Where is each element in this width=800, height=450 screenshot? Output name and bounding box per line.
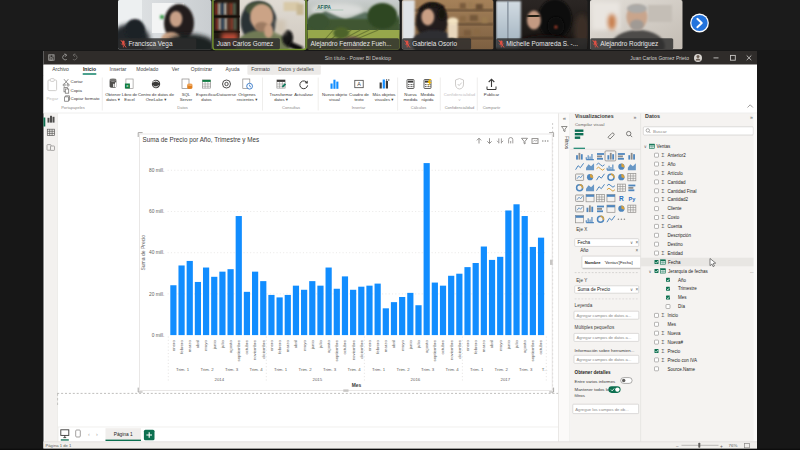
svg-text:Suma de Precio por Año, Trimes: Suma de Precio por Año, Trimestre y Mes bbox=[143, 136, 260, 144]
svg-text:Día: Día bbox=[678, 304, 686, 309]
svg-text:Múltiples pequeños: Múltiples pequeños bbox=[575, 325, 615, 330]
svg-text:abril: abril bbox=[195, 340, 200, 348]
svg-text:Cantidad: Cantidad bbox=[668, 180, 687, 185]
svg-text:Filtros: Filtros bbox=[564, 136, 569, 150]
svg-text:visuales ▾: visuales ▾ bbox=[375, 97, 395, 102]
svg-text:∨: ∨ bbox=[630, 240, 633, 245]
svg-text:abril: abril bbox=[391, 340, 396, 348]
svg-text:Σ: Σ bbox=[662, 358, 665, 363]
svg-text:Modelado: Modelado bbox=[136, 66, 158, 72]
svg-text:Σ: Σ bbox=[662, 171, 665, 176]
svg-text:Jerarquía de fechas: Jerarquía de fechas bbox=[668, 269, 709, 274]
svg-text:julio: julio bbox=[416, 340, 421, 349]
svg-text:recientes ▾: recientes ▾ bbox=[237, 97, 258, 102]
svg-text:Eje X: Eje X bbox=[576, 227, 587, 232]
svg-text:Σ: Σ bbox=[662, 313, 665, 318]
svg-text:octubre: octubre bbox=[440, 340, 445, 355]
svg-text:mayo: mayo bbox=[400, 340, 405, 351]
svg-text:Trim. 3: Trim. 3 bbox=[519, 367, 533, 372]
svg-text:datos: datos bbox=[201, 97, 211, 102]
svg-text:»: » bbox=[750, 114, 753, 120]
svg-text:octubre: octubre bbox=[244, 340, 249, 355]
svg-text:Nombre: Nombre bbox=[585, 260, 601, 265]
svg-text:...: ... bbox=[750, 269, 754, 274]
svg-text:›: › bbox=[96, 431, 98, 437]
svg-text:Entre varios informes: Entre varios informes bbox=[575, 379, 616, 384]
svg-text:Trim. 3: Trim. 3 bbox=[323, 367, 337, 372]
svg-text:−: − bbox=[676, 444, 679, 449]
svg-text:Cantidad Final: Cantidad Final bbox=[668, 189, 697, 194]
svg-text:Ver: Ver bbox=[172, 66, 180, 72]
svg-text:R: R bbox=[619, 195, 624, 202]
svg-text:Excel: Excel bbox=[124, 97, 134, 102]
svg-text:Σ: Σ bbox=[662, 215, 665, 220]
svg-text:AFIPA: AFIPA bbox=[317, 5, 331, 10]
svg-text:Agregue los campos de ob...: Agregue los campos de ob... bbox=[575, 407, 628, 412]
svg-text:Consultas: Consultas bbox=[282, 105, 300, 110]
svg-text:Σ: Σ bbox=[662, 189, 665, 194]
svg-text:A: A bbox=[357, 81, 361, 87]
svg-text:Σ: Σ bbox=[662, 340, 665, 345]
svg-text:noviembre: noviembre bbox=[351, 340, 356, 361]
svg-text:enero: enero bbox=[367, 340, 372, 352]
svg-text:septiembre: septiembre bbox=[530, 340, 535, 362]
svg-text:febrero: febrero bbox=[277, 340, 282, 354]
svg-text:2014: 2014 bbox=[215, 377, 225, 382]
svg-text:medida: medida bbox=[404, 97, 419, 102]
svg-text:Leyenda: Leyenda bbox=[575, 303, 593, 308]
svg-text:Optimizar: Optimizar bbox=[191, 66, 213, 72]
svg-text:Juan Carlos Gomez: Juan Carlos Gomez bbox=[217, 40, 273, 47]
svg-text:∨: ∨ bbox=[649, 269, 652, 274]
svg-text:septiembre: septiembre bbox=[432, 340, 437, 362]
svg-text:Σ: Σ bbox=[662, 251, 665, 256]
svg-text:Fecha: Fecha bbox=[668, 260, 681, 265]
svg-text:Trim. 2: Trim. 2 bbox=[495, 367, 509, 372]
svg-text:Descripción: Descripción bbox=[668, 233, 692, 238]
svg-text:rápida: rápida bbox=[422, 97, 434, 102]
svg-text:filtros: filtros bbox=[575, 393, 585, 398]
svg-text:julio: julio bbox=[514, 340, 519, 349]
svg-text:0 mill.: 0 mill. bbox=[152, 333, 165, 338]
svg-text:∨: ∨ bbox=[644, 144, 647, 149]
svg-text:Año: Año bbox=[678, 278, 687, 283]
svg-text:diciembre: diciembre bbox=[359, 340, 364, 359]
svg-text:Destino: Destino bbox=[668, 242, 684, 247]
svg-text:Trim. 3: Trim. 3 bbox=[225, 367, 239, 372]
svg-text:Source.Name: Source.Name bbox=[668, 367, 696, 372]
svg-text:Copia: Copia bbox=[71, 88, 83, 93]
svg-text:×: × bbox=[635, 287, 638, 292]
svg-text:marzo: marzo bbox=[187, 340, 192, 353]
svg-text:febrero: febrero bbox=[473, 340, 478, 354]
svg-text:agosto: agosto bbox=[424, 340, 429, 354]
svg-text:Compartir: Compartir bbox=[483, 105, 501, 110]
svg-text:Obtener detalles: Obtener detalles bbox=[575, 370, 611, 375]
svg-text:Actualizar: Actualizar bbox=[294, 92, 313, 97]
svg-text:abril: abril bbox=[293, 340, 298, 348]
svg-text:Σ: Σ bbox=[662, 197, 665, 202]
svg-text:Trim. 4: Trim. 4 bbox=[348, 367, 362, 372]
svg-text:Trim. 2: Trim. 2 bbox=[299, 367, 313, 372]
svg-text:2016: 2016 bbox=[411, 377, 421, 382]
svg-text:Mantener todos los: Mantener todos los bbox=[575, 387, 612, 392]
svg-text:Trim. 1: Trim. 1 bbox=[372, 367, 386, 372]
svg-text:Anterior2: Anterior2 bbox=[668, 153, 687, 158]
svg-text:Inicio: Inicio bbox=[83, 66, 96, 72]
svg-text:Copiar formato: Copiar formato bbox=[71, 96, 101, 101]
svg-text:Cortar: Cortar bbox=[71, 79, 84, 84]
svg-text:Server: Server bbox=[180, 97, 193, 102]
svg-text:Nueva#: Nueva# bbox=[668, 340, 684, 345]
svg-text:noviembre: noviembre bbox=[253, 340, 258, 361]
svg-text:+: + bbox=[720, 444, 723, 449]
svg-text:Mes: Mes bbox=[678, 295, 687, 300]
svg-text:Sin título - Power BI Desktop: Sin título - Power BI Desktop bbox=[325, 55, 391, 61]
svg-text:Insertar: Insertar bbox=[110, 66, 127, 72]
svg-text:Michelle Pomareda S. -...: Michelle Pomareda S. -... bbox=[506, 40, 578, 47]
svg-text:Portapapeles: Portapapeles bbox=[61, 105, 85, 110]
svg-text:Eje Y: Eje Y bbox=[576, 278, 587, 283]
svg-text:»: » bbox=[634, 114, 637, 120]
svg-text:Σ: Σ bbox=[662, 162, 665, 167]
svg-text:Página 1 de 1: Página 1 de 1 bbox=[46, 443, 73, 448]
svg-text:'Ventas'[Fecha]: 'Ventas'[Fecha] bbox=[605, 260, 633, 265]
svg-text:×: × bbox=[635, 248, 638, 253]
svg-text:junio: junio bbox=[310, 340, 315, 351]
